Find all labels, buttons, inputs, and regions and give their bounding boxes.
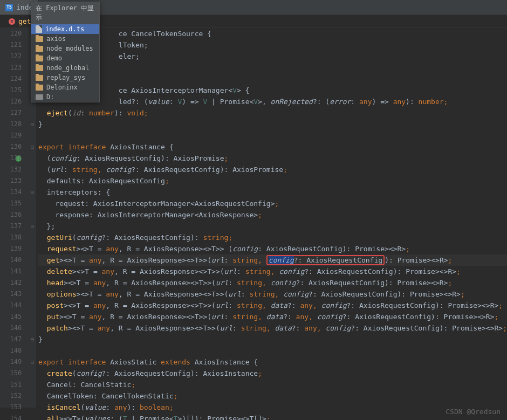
watermark: CSDN @Qredsun <box>446 408 501 416</box>
line-number: 140 <box>0 254 22 266</box>
line-number: 144 <box>0 300 22 311</box>
code-line[interactable]: post><>T = any, R = AxiosResponse><>T>>(… <box>38 300 507 311</box>
line-number: 126 <box>0 96 22 107</box>
fold-handle <box>28 288 36 300</box>
line-number: 154 <box>0 413 22 420</box>
code-line[interactable]: getUri(config?: AxiosRequestConfig): str… <box>38 232 507 243</box>
fold-handle[interactable]: ⊟ <box>28 356 36 368</box>
fold-handle <box>28 277 36 288</box>
context-menu-item[interactable]: node_modules <box>31 44 99 53</box>
code-line[interactable] <box>38 345 507 356</box>
fold-handle[interactable]: ⊟ <box>28 221 36 232</box>
context-menu-item[interactable]: replay_sys <box>31 73 99 82</box>
fold-handle <box>28 153 36 164</box>
fold-handle <box>28 266 36 277</box>
line-number-gutter: 120121122123124125126127128129130 ⬤13113… <box>0 28 28 408</box>
context-menu-item[interactable]: Deloninx <box>31 82 99 92</box>
fold-handle <box>28 322 36 334</box>
fold-handle[interactable]: ⊟ <box>28 141 36 153</box>
line-number: 138 <box>0 232 22 243</box>
code-line[interactable]: led?: (value: V) => V | Promise<V>, onRe… <box>38 96 507 107</box>
folder-icon <box>36 85 43 91</box>
line-number: 143 <box>0 288 22 300</box>
code-line[interactable]: (config: AxiosRequestConfig): AxiosPromi… <box>38 153 507 164</box>
context-menu-header: 在 Explorer 中显示 <box>31 2 99 24</box>
context-menu-item[interactable]: node_global <box>31 63 99 73</box>
fold-handle <box>28 402 36 413</box>
code-line[interactable]: } <box>38 334 507 345</box>
fold-handle <box>28 243 36 254</box>
code-line[interactable]: get><>T = any, R = AxiosResponse><>T>>(u… <box>38 254 507 266</box>
fold-handle <box>28 345 36 356</box>
context-menu-item[interactable]: axios <box>31 34 99 44</box>
code-line[interactable]: ce CancelTokenSource { <box>38 28 507 39</box>
file-icon <box>36 25 42 33</box>
code-line[interactable] <box>38 130 507 141</box>
fold-handle <box>28 164 36 175</box>
code-line[interactable]: request: AxiosInterceptorManager<AxiosRe… <box>38 198 507 209</box>
code-line[interactable]: interceptors: { <box>38 187 507 198</box>
fold-handle <box>28 368 36 379</box>
context-menu-item[interactable]: index.d.ts <box>31 24 99 34</box>
code-line[interactable]: create(config?: AxiosRequestConfig): Axi… <box>38 368 507 379</box>
fold-handle[interactable]: ⊟ <box>28 187 36 198</box>
code-line[interactable]: options><>T = any, R = AxiosResponse><>T… <box>38 288 507 300</box>
code-line[interactable]: export interface AxiosStatic extends Axi… <box>38 356 507 368</box>
context-menu-item[interactable]: demo <box>31 53 99 63</box>
line-number: 148 <box>0 345 22 356</box>
line-number: 122 <box>0 51 22 62</box>
explorer-context-menu[interactable]: 在 Explorer 中显示 index.d.tsaxiosnode_modul… <box>31 2 100 102</box>
context-menu-label: D: <box>46 93 54 101</box>
code-line[interactable]: request><>T = any, R = AxiosResponse><>T… <box>38 243 507 254</box>
line-number: 136 <box>0 209 22 221</box>
line-number: 131 <box>0 153 22 164</box>
line-number: 149 <box>0 356 22 368</box>
code-line[interactable]: eler; <box>38 51 507 62</box>
code-line[interactable]: ce AxiosInterceptorManager<V> { <box>38 85 507 96</box>
fold-handle[interactable]: ⊟ <box>28 119 36 130</box>
line-number: 133 <box>0 175 22 187</box>
fold-handle <box>28 130 36 141</box>
code-line[interactable]: head><>T = any, R = AxiosResponse><>T>>(… <box>38 277 507 288</box>
line-number: 139 <box>0 243 22 254</box>
fold-handle <box>28 232 36 243</box>
fold-handle <box>28 209 36 221</box>
line-number: 151 <box>0 379 22 390</box>
folder-icon <box>36 46 43 52</box>
line-number: 134 <box>0 187 22 198</box>
fold-handle <box>28 254 36 266</box>
line-number: 125 <box>0 85 22 96</box>
code-line[interactable] <box>38 73 507 85</box>
code-line[interactable]: export interface AxiosInstance { <box>38 141 507 153</box>
line-number: 129 <box>0 130 22 141</box>
code-line[interactable]: defaults: AxiosRequestConfig; <box>38 175 507 187</box>
line-number: 153 <box>0 402 22 413</box>
code-line[interactable]: (url: string, config?: AxiosRequestConfi… <box>38 164 507 175</box>
code-line[interactable]: eject(id: number): void; <box>38 107 507 119</box>
code-line[interactable]: lToken; <box>38 39 507 51</box>
context-menu-label: replay_sys <box>46 74 85 81</box>
context-menu-label: demo <box>46 54 62 62</box>
code-line[interactable]: response: AxiosInterceptorManager<AxiosR… <box>38 209 507 221</box>
code-line[interactable] <box>38 62 507 73</box>
code-line[interactable]: Cancel: CancelStatic; <box>38 379 507 390</box>
line-number: 147 <box>0 334 22 345</box>
line-number: 124 <box>0 73 22 85</box>
code-line[interactable]: put><>T = any, R = AxiosResponse><>T>>(u… <box>38 311 507 322</box>
code-line[interactable]: patch><>T = any, R = AxiosResponse><>T>>… <box>38 322 507 334</box>
code-line[interactable]: } <box>38 119 507 130</box>
line-number: 120 <box>0 28 22 39</box>
code-line[interactable]: delete><>T = any, R = AxiosResponse><>T>… <box>38 266 507 277</box>
folder-icon <box>36 56 43 61</box>
code-line[interactable]: all><>T>(values: (T | Promise<T>)[]): Pr… <box>38 413 507 420</box>
code-area[interactable]: ce CancelTokenSource { lToken; eler; ce … <box>36 28 507 408</box>
fold-handle <box>28 175 36 187</box>
fold-handle[interactable]: ⊟ <box>28 334 36 345</box>
code-line[interactable]: isCancel(value: any): boolean; <box>38 402 507 413</box>
line-number: 121 <box>0 39 22 51</box>
code-line[interactable]: }; <box>38 221 507 232</box>
line-number: 146 <box>0 322 22 334</box>
context-menu-label: node_global <box>46 64 89 72</box>
code-line[interactable]: CancelToken: CancelTokenStatic; <box>38 390 507 402</box>
context-menu-item[interactable]: D: <box>31 92 99 102</box>
